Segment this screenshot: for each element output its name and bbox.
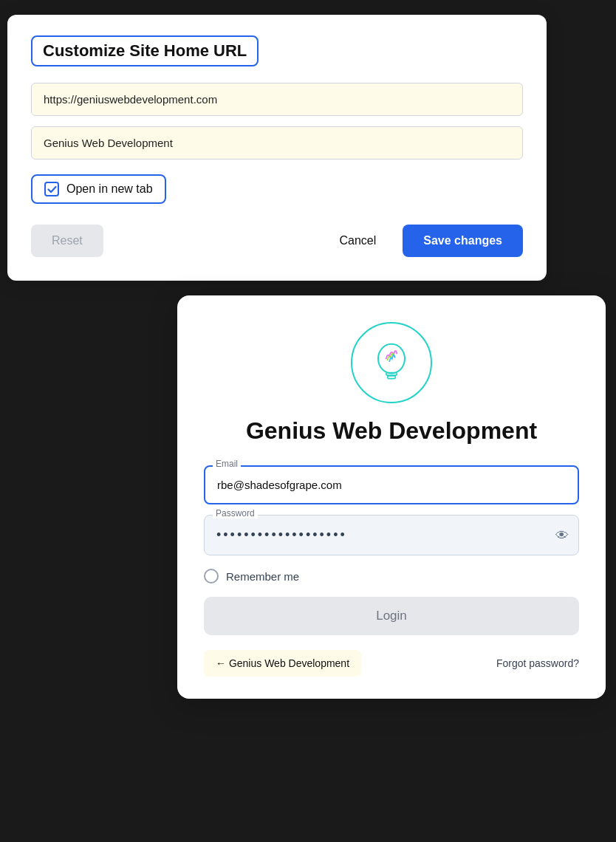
open-in-new-tab-label: Open in new tab xyxy=(66,182,153,196)
svg-rect-2 xyxy=(388,376,396,379)
email-label: Email xyxy=(213,459,241,469)
password-label: Password xyxy=(213,508,258,518)
customize-url-card: Customize Site Home URL Open in new tab … xyxy=(7,15,547,281)
password-input[interactable] xyxy=(204,515,579,555)
login-brand-name: Genius Web Development xyxy=(204,417,579,445)
cancel-button[interactable]: Cancel xyxy=(324,225,391,257)
reset-button[interactable]: Reset xyxy=(31,225,103,257)
url-input[interactable] xyxy=(31,83,523,116)
remember-me-row[interactable]: Remember me xyxy=(204,569,579,583)
remember-me-label: Remember me xyxy=(226,570,299,583)
forgot-password-button[interactable]: Forgot password? xyxy=(496,657,579,669)
email-field-wrapper: Email xyxy=(204,465,579,504)
password-field-wrapper: Password 👁 xyxy=(204,515,579,555)
card-actions: Reset Cancel Save changes xyxy=(31,225,523,257)
email-input[interactable] xyxy=(204,465,579,504)
login-card: Genius Web Development Email Password 👁 … xyxy=(177,295,606,699)
remember-me-radio[interactable] xyxy=(204,569,219,583)
login-footer: ← Genius Web Development Forgot password… xyxy=(204,650,579,677)
card-title: Customize Site Home URL xyxy=(31,35,259,66)
back-to-site-button[interactable]: ← Genius Web Development xyxy=(204,650,361,677)
save-changes-button[interactable]: Save changes xyxy=(403,225,523,257)
login-button[interactable]: Login xyxy=(204,597,579,635)
toggle-password-icon[interactable]: 👁 xyxy=(555,527,569,543)
open-in-new-tab-checkbox[interactable] xyxy=(44,182,59,196)
open-in-new-tab-row[interactable]: Open in new tab xyxy=(31,174,166,204)
name-input[interactable] xyxy=(31,126,523,160)
brand-logo xyxy=(351,322,432,403)
